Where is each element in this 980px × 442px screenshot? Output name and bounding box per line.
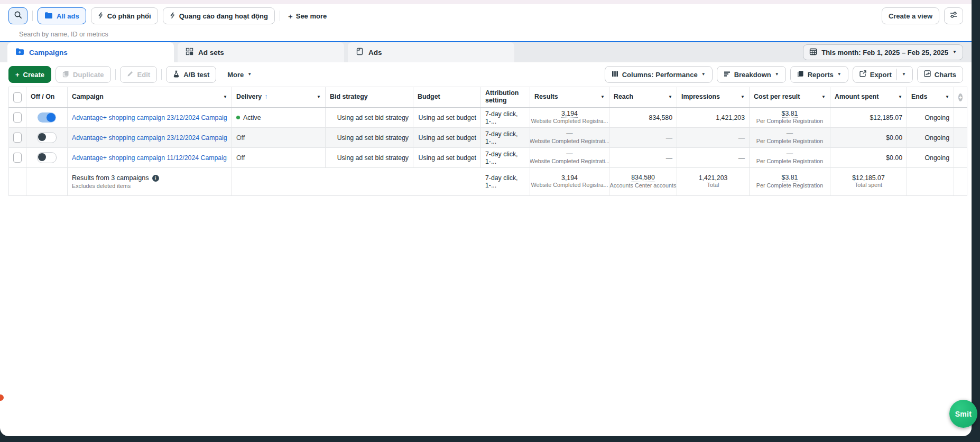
delivery-status: Off <box>236 134 245 142</box>
table-row: Advantage+ shopping campaign 23/12/2024 … <box>8 108 967 128</box>
lightning-icon <box>98 12 104 21</box>
select-all-checkbox[interactable] <box>13 92 22 102</box>
cost-per-result-cell: —Per Complete Registration <box>750 148 830 167</box>
header-campaign[interactable]: Campaign▼ <box>68 87 232 107</box>
filter-chip-co-phan-phoi[interactable]: Có phân phối <box>91 7 158 24</box>
table-header-row: Off / On Campaign▼ Delivery↑▼ Bid strate… <box>8 87 967 108</box>
attribution-cell: 7-day click, 1-... <box>481 128 530 147</box>
divider <box>896 69 897 80</box>
row-checkbox[interactable] <box>13 112 22 123</box>
impressions-cell: — <box>677 128 750 147</box>
columns-label: Columns: Performance <box>622 71 698 79</box>
header-ends[interactable]: Ends▼ <box>907 87 954 107</box>
row-checkbox[interactable] <box>13 153 22 163</box>
export-button[interactable]: Export ▼ <box>853 66 913 83</box>
header-results[interactable]: Results▼ <box>530 87 609 107</box>
search-icon <box>14 11 22 21</box>
filter-chip-all-ads[interactable]: All ads <box>38 7 86 24</box>
bid-strategy-cell: Using ad set bid strategy <box>326 148 413 167</box>
tab-label: Ad sets <box>198 49 224 57</box>
header-amount-spent[interactable]: Amount spent▼ <box>830 87 907 107</box>
date-range-selector[interactable]: This month: Feb 1, 2025 – Feb 25, 2025 ▼ <box>803 44 963 60</box>
budget-cell: Using ad set budget <box>413 128 481 147</box>
more-label: More <box>227 71 244 79</box>
row-checkbox[interactable] <box>13 133 22 143</box>
reports-label: Reports <box>808 71 834 79</box>
charts-label: Charts <box>935 71 956 79</box>
chevron-down-icon[interactable]: ▼ <box>902 72 906 77</box>
create-a-view-button[interactable]: Create a view <box>882 7 939 24</box>
header-impressions[interactable]: Impressions▼ <box>677 87 750 107</box>
chevron-down-icon: ▼ <box>953 50 957 54</box>
header-bid-strategy[interactable]: Bid strategy <box>326 87 413 107</box>
table-row: Advantage+ shopping campaign 23/12/2024 … <box>8 128 967 148</box>
summary-subtitle: Excludes deleted items <box>72 183 131 190</box>
breakdown-label: Breakdown <box>734 71 771 79</box>
edit-button[interactable]: Edit <box>120 66 158 83</box>
tab-campaigns[interactable]: Campaigns <box>7 42 174 62</box>
campaign-toggle[interactable] <box>37 152 57 163</box>
bid-strategy-cell: Using ad set bid strategy <box>326 108 413 127</box>
filter-chip-label: Quảng cáo đang hoạt động <box>179 12 268 20</box>
chevron-down-icon: ▼ <box>738 95 745 100</box>
header-attribution-setting[interactable]: Attribution setting <box>481 87 530 107</box>
reach-cell: — <box>609 148 677 167</box>
search-input[interactable] <box>0 31 972 38</box>
results-cell: —Website Completed Registrati... <box>530 148 609 167</box>
breakdown-button[interactable]: Breakdown ▼ <box>717 66 786 83</box>
attribution-cell: 7-day click, 1-... <box>481 148 530 167</box>
grid-icon <box>186 48 193 57</box>
chevron-down-icon: ▼ <box>819 95 826 100</box>
create-button[interactable]: + Create <box>8 66 51 83</box>
reports-button[interactable]: Reports ▼ <box>790 66 848 83</box>
chevron-down-icon: ▼ <box>701 72 706 77</box>
campaign-name-link[interactable]: Advantage+ shopping campaign 23/12/2024 … <box>72 114 227 121</box>
chevron-down-icon: ▼ <box>315 95 321 100</box>
header-cost-per-result[interactable]: Cost per result▼ <box>750 87 830 107</box>
tab-ad-sets[interactable]: Ad sets <box>178 42 344 62</box>
view-settings-button[interactable] <box>944 7 963 24</box>
header-budget[interactable]: Budget <box>413 87 481 107</box>
create-a-view-label: Create a view <box>889 12 932 20</box>
active-status-dot <box>236 116 240 119</box>
charts-button[interactable]: Charts <box>917 66 963 83</box>
ends-cell: Ongoing <box>907 128 954 147</box>
chevron-down-icon: ▼ <box>598 95 605 100</box>
select-all-cell <box>8 87 26 107</box>
header-column-settings[interactable]: + <box>954 87 967 107</box>
impressions-cell: 1,421,203 <box>677 108 750 127</box>
campaign-name-link[interactable]: Advantage+ shopping campaign 11/12/2024 … <box>72 154 227 162</box>
search-filter-button[interactable] <box>8 7 27 24</box>
level-tabs: Campaigns Ad sets Ads This month: Feb 1,… <box>0 42 972 62</box>
results-total-cell: 3,194Website Completed Registra... <box>530 168 609 195</box>
chevron-down-icon: ▼ <box>837 72 842 77</box>
campaign-toggle[interactable] <box>38 112 56 123</box>
duplicate-button[interactable]: Duplicate <box>56 66 111 83</box>
campaign-toggle[interactable] <box>37 132 57 143</box>
smit-chat-badge[interactable]: Smit <box>949 400 977 428</box>
plus-icon: + <box>15 71 20 79</box>
tab-ads[interactable]: Ads <box>348 42 514 62</box>
ab-test-button[interactable]: A/B test <box>166 66 216 83</box>
columns-button[interactable]: Columns: Performance ▼ <box>605 66 713 83</box>
calendar-icon <box>809 48 817 57</box>
more-button[interactable]: More ▼ <box>220 66 258 83</box>
copy-icon <box>62 70 69 79</box>
filter-chip-quang-cao-dang-hoat-dong[interactable]: Quảng cáo đang hoạt động <box>163 7 275 24</box>
info-icon[interactable]: i <box>152 175 159 182</box>
header-delivery[interactable]: Delivery↑▼ <box>232 87 326 107</box>
browser-top-band <box>0 0 972 4</box>
campaign-name-link[interactable]: Advantage+ shopping campaign 23/12/2024 … <box>72 134 227 142</box>
attribution-cell: 7-day click, 1-... <box>481 108 530 127</box>
add-column-icon: + <box>958 93 963 101</box>
date-range-label: This month: Feb 1, 2025 – Feb 25, 2025 <box>821 49 948 57</box>
chevron-down-icon: ▼ <box>943 95 949 100</box>
charts-icon <box>924 70 931 79</box>
columns-icon <box>612 71 618 79</box>
budget-cell: Using ad set budget <box>413 148 481 167</box>
flask-icon <box>173 70 180 79</box>
see-more-button[interactable]: + See more <box>285 12 330 21</box>
chevron-down-icon: ▼ <box>896 95 902 100</box>
header-reach[interactable]: Reach▼ <box>609 87 677 107</box>
folder-icon <box>44 12 53 21</box>
